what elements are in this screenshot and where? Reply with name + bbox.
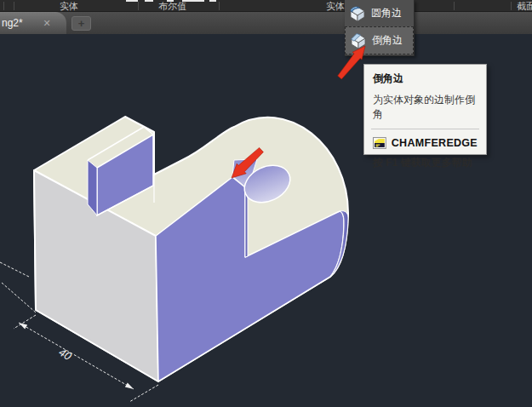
ribbon-divider <box>138 2 139 10</box>
ribbon-panel-section[interactable]: 截面 <box>517 0 532 12</box>
red-arrow-menu <box>333 37 374 82</box>
ribbon-panel-strip: 实体 布尔值 实体编辑 截面 <box>0 0 532 12</box>
ribbon-divider <box>3 2 4 10</box>
menu-item-label: 倒角边 <box>372 33 403 48</box>
slot-wall <box>245 187 248 257</box>
tooltip-separator <box>371 129 479 129</box>
dimension-text: 40 <box>56 346 74 364</box>
fillet-edge-icon <box>347 3 368 24</box>
menu-item-label: 圆角边 <box>371 6 402 20</box>
ribbon-icon-fragment <box>126 0 138 2</box>
ribbon-divider <box>511 2 512 10</box>
tooltip-command-name: CHAMFEREDGE <box>392 137 478 149</box>
tooltip-help-text: 按 F1 键获取更多帮助 <box>373 156 478 170</box>
chamfer-edge-tooltip: 倒角边 为实体对象的边制作倒角 CHAMFEREDGE 按 F1 键获取更多帮助 <box>363 64 487 155</box>
close-icon[interactable]: ✕ <box>41 18 53 29</box>
menu-item-fillet-edge[interactable]: 圆角边 <box>345 0 414 26</box>
chamferedge-command-icon <box>373 136 386 150</box>
ribbon-panel-solid[interactable]: 实体 <box>60 0 78 12</box>
tooltip-description: 为实体对象的边制作倒角 <box>373 93 478 122</box>
plus-icon: + <box>78 17 85 30</box>
app-window: 实体 布尔值 实体编辑 截面 ng2* ✕ + <box>0 0 532 407</box>
tooltip-title: 倒角边 <box>373 72 478 86</box>
new-tab-button[interactable]: + <box>72 16 91 31</box>
file-tab-bar: ng2* ✕ + <box>0 12 532 34</box>
ribbon-divider <box>14 2 14 10</box>
drawing-tab[interactable]: ng2* ✕ <box>0 12 66 34</box>
ribbon-divider <box>454 2 455 10</box>
drawing-tab-label: ng2* <box>0 17 41 29</box>
ribbon-divider <box>219 2 220 10</box>
ribbon-icon-fragment <box>209 0 216 2</box>
ribbon-icon-fragment <box>145 0 153 2</box>
ribbon-panel-boolean[interactable]: 布尔值 <box>158 0 186 12</box>
